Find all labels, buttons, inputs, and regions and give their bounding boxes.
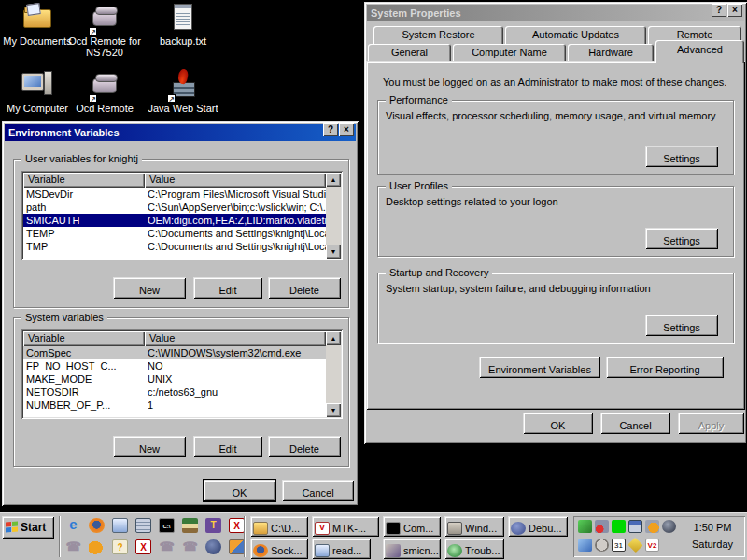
command-prompt-icon[interactable]: C:\ — [159, 518, 175, 533]
environment-variables-button[interactable]: Environment Variables — [479, 357, 600, 378]
exceed-x-icon[interactable]: X — [135, 539, 151, 554]
vertical-scrollbar[interactable]: ▲ ▼ — [326, 173, 341, 259]
list-row[interactable]: TMPC:\Documents and Settings\knightj\Loc… — [23, 240, 326, 253]
sync-green-icon[interactable] — [578, 520, 592, 533]
internet-explorer-icon[interactable]: e — [65, 518, 81, 533]
fish-icon[interactable] — [89, 539, 105, 554]
user-blocked-icon[interactable] — [595, 520, 609, 533]
tab-computer-name[interactable]: Computer Name — [453, 44, 566, 62]
phone-icon: ↗ — [89, 71, 120, 101]
ok-button[interactable]: OK — [523, 413, 593, 434]
tab-advanced[interactable]: Advanced — [655, 40, 744, 63]
help-button[interactable]: ? — [712, 4, 726, 17]
error-reporting-button[interactable]: Error Reporting — [606, 357, 724, 378]
java-icon: ↗ — [167, 71, 199, 101]
task-button-readme[interactable]: read... — [312, 539, 371, 559]
task-label: smicn... — [403, 545, 439, 556]
calendar-icon[interactable]: 31 — [612, 539, 626, 552]
slickedit-v2-icon[interactable]: V2 — [645, 539, 659, 552]
desktop-icon-my-documents[interactable]: My Documents — [0, 4, 75, 47]
task-button-troubleshoot[interactable]: Troub... — [444, 539, 504, 559]
task-button-debug[interactable]: Debu... — [508, 516, 568, 537]
system-delete-button[interactable]: Delete — [268, 436, 341, 457]
task-button-command[interactable]: Com... — [383, 516, 441, 537]
scroll-up-icon[interactable]: ▲ — [326, 331, 341, 345]
list-row-selected-inactive[interactable]: ComSpecC:\WINDOWS\system32\cmd.exe — [23, 346, 326, 359]
task-button-sockets[interactable]: Sock... — [250, 539, 308, 559]
update-alert-icon[interactable] — [645, 520, 659, 533]
list-row[interactable]: pathC:\Sun\AppServer\bin;c:\vslick\win; … — [23, 201, 326, 214]
tab-general[interactable]: General — [368, 44, 451, 62]
exceed-x-icon[interactable]: X — [229, 518, 245, 533]
desktop-icon-ocd-remote[interactable]: ↗ Ocd Remote — [67, 71, 142, 114]
system-properties-titlebar[interactable]: System Properties — [367, 5, 744, 21]
start-button[interactable]: Start — [2, 516, 54, 539]
close-button[interactable]: × — [727, 4, 742, 17]
scroll-down-icon[interactable]: ▼ — [326, 245, 341, 259]
desktop-icon-ocd-remote-ns7520[interactable]: ↗ Ocd Remote for NS7520 — [67, 4, 142, 58]
task-button-smicn[interactable]: smicn... — [383, 539, 441, 559]
system-edit-button[interactable]: Edit — [193, 436, 262, 457]
security-lock-window-icon[interactable] — [628, 520, 642, 533]
desktop-icon-backup-txt[interactable]: backup.txt — [146, 4, 220, 47]
firefox-icon[interactable] — [89, 518, 105, 533]
task-label: MTK-... — [332, 523, 366, 534]
task-button-explorer[interactable]: C:\D... — [250, 516, 308, 537]
globe-dark-icon[interactable] — [662, 520, 676, 533]
list-row[interactable]: NETOSDIRc:/netos63_gnu — [23, 385, 326, 399]
folder-icon — [253, 522, 268, 535]
performance-settings-button[interactable]: Settings — [645, 146, 718, 167]
user-delete-button[interactable]: Delete — [268, 277, 341, 299]
yellow-diamond-icon[interactable] — [627, 538, 642, 553]
list-row[interactable]: FP_NO_HOST_C...NO — [23, 359, 326, 372]
user-new-button[interactable]: New — [113, 277, 186, 299]
browser-doc-icon[interactable] — [229, 539, 245, 554]
tab-hardware[interactable]: Hardware — [568, 44, 654, 62]
terminal-icon[interactable]: T — [205, 518, 221, 533]
tab-automatic-updates[interactable]: Automatic Updates — [505, 26, 646, 44]
phone-icon[interactable]: ☎ — [65, 539, 81, 554]
network-computers-icon[interactable] — [578, 539, 592, 552]
system-new-button[interactable]: New — [113, 436, 186, 457]
task-button-mtk[interactable]: V MTK-... — [312, 516, 379, 537]
close-button[interactable]: × — [339, 123, 354, 136]
notepad-doc-icon[interactable] — [112, 518, 128, 533]
desktop-icon-label: Ocd Remote for NS7520 — [67, 35, 142, 58]
tab-system-restore[interactable]: System Restore — [374, 26, 503, 44]
startup-recovery-settings-button[interactable]: Settings — [645, 315, 718, 336]
list-row-selected[interactable]: SMICAUTHOEM:digi.com,FEA:Z,LID:marko.vla… — [23, 214, 326, 227]
scroll-up-icon[interactable]: ▲ — [326, 173, 341, 187]
cancel-button[interactable]: Cancel — [600, 413, 670, 434]
help-doc-icon[interactable]: ? — [112, 539, 128, 554]
clock-time: 1:50 PM — [684, 519, 741, 536]
cancel-button[interactable]: Cancel — [282, 480, 354, 501]
scroll-down-icon[interactable]: ▼ — [326, 403, 341, 417]
status-green-square-icon[interactable] — [612, 520, 626, 533]
command-prompt-icon — [386, 522, 401, 535]
phone-icon[interactable]: ☎ — [182, 539, 198, 554]
user-profiles-settings-button[interactable]: Settings — [645, 228, 718, 249]
list-row[interactable]: MAKE_MODEUNIX — [23, 372, 326, 385]
help-button[interactable]: ? — [323, 123, 338, 136]
task-label: Com... — [403, 523, 433, 534]
environment-variables-titlebar[interactable]: Environment Variables — [5, 124, 356, 141]
user-edit-button[interactable]: Edit — [193, 277, 262, 299]
list-row[interactable]: NUMBER_OF_P...1 — [23, 399, 326, 412]
desktop-icon-my-computer[interactable]: My Computer — [0, 71, 75, 114]
ok-button[interactable]: OK — [204, 480, 275, 501]
calculator-icon[interactable] — [135, 518, 151, 533]
task-button-windows[interactable]: Wind... — [444, 516, 504, 537]
globe-icon[interactable] — [205, 539, 221, 554]
user-variables-list[interactable]: Variable Value MSDevDirC:\Program Files\… — [21, 171, 343, 260]
vertical-scrollbar[interactable]: ▲ ▼ — [326, 331, 341, 417]
list-row[interactable]: TEMPC:\Documents and Settings\knightj\Lo… — [23, 227, 326, 240]
apply-button: Apply — [678, 413, 744, 434]
phone-icon[interactable]: ☎ — [159, 539, 175, 554]
volume-icon[interactable] — [595, 539, 609, 552]
books-icon[interactable] — [182, 518, 198, 533]
system-variables-list[interactable]: Variable Value ComSpecC:\WINDOWS\system3… — [21, 329, 343, 419]
taskbar-separator — [59, 516, 61, 557]
desktop-icon-java-web-start[interactable]: ↗ Java Web Start — [146, 71, 220, 114]
list-row[interactable]: MSDevDirC:\Program Files\Microsoft Visua… — [23, 188, 326, 201]
desktop-icon-label: My Documents — [0, 35, 75, 47]
